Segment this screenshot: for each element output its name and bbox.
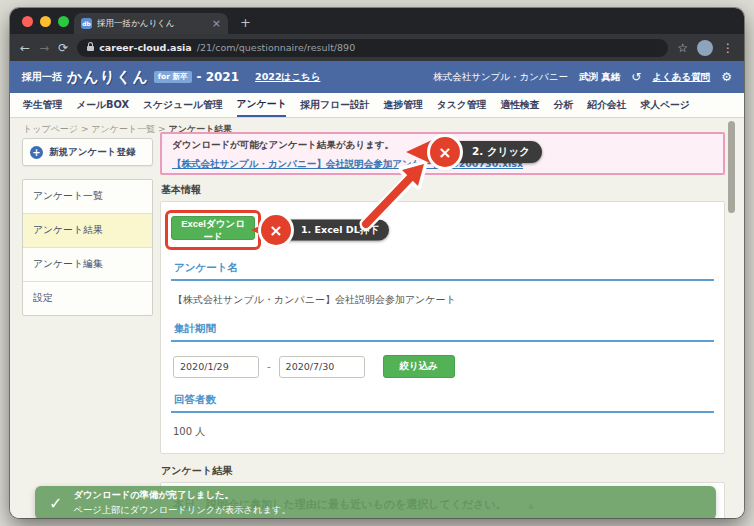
url-domain: career-cloud.asia [99,42,192,53]
period-from-input[interactable] [173,356,259,378]
user-name[interactable]: 武渕 真緒 [579,71,620,84]
download-file-link[interactable]: 【株式会社サンプル・カンパニー】会社説明会参加アンケート_20200730.xl… [172,158,523,171]
tab-close-icon[interactable]: × [212,18,221,29]
excel-download-wrap: Excelダウンロード 1. Excel DL押下 × [171,216,255,244]
address-bar[interactable]: career-cloud.asia /21/com/questionnaire/… [77,39,668,57]
toast-line1: ダウンロードの準備が完了しました。 [73,489,290,502]
sidebar-item-edit[interactable]: アンケート編集 [23,248,152,282]
download-alert-message: ダウンロードが可能なアンケート結果があります。 [172,139,713,152]
brand-badge: for 新卒 [154,71,192,83]
minimize-window-icon[interactable] [40,16,51,27]
browser-tab[interactable]: db 採用一括かんりくん × [74,13,228,34]
browser-menu-icon[interactable]: ⋮ [722,42,734,54]
nav-item-mailbox[interactable]: メールBOX [76,94,129,116]
close-window-icon[interactable] [22,16,33,27]
global-nav: 学生管理 メールBOX スケジュール管理 アンケート 採用フロー設計 進捗管理 … [10,93,744,118]
nav-item-students[interactable]: 学生管理 [23,94,62,116]
nav-item-jobpage[interactable]: 求人ページ [640,94,689,116]
breadcrumb-separator: > [81,124,89,134]
filter-button[interactable]: 絞り込み [383,355,455,378]
basic-info-title: 基本情報 [161,183,725,197]
screenshot-stage: db 採用一括かんりくん × + ← → ⟳ career-cloud.asia… [0,0,754,526]
tab-title: 採用一括かんりくん [97,18,207,30]
period-to-input[interactable] [279,356,365,378]
excel-download-button[interactable]: Excelダウンロード [171,216,255,240]
sidebar: + 新規アンケート登録 アンケート一覧 アンケート結果 アンケート編集 設定 [22,138,153,316]
nav-item-flow[interactable]: 採用フロー設計 [300,94,369,116]
nav-item-schedule[interactable]: スケジュール管理 [143,94,223,116]
bookmark-star-icon[interactable]: ☆ [677,42,688,54]
nav-item-analysis[interactable]: 分析 [554,94,574,116]
gear-icon[interactable]: ⚙ [721,70,732,84]
sidebar-item-list[interactable]: アンケート一覧 [23,180,152,214]
sidebar-menu: アンケート一覧 アンケート結果 アンケート編集 設定 [22,179,153,316]
respondents-value: 100 人 [173,425,714,439]
page-scrollbar-thumb[interactable] [728,121,735,213]
check-icon: ✓ [49,494,62,513]
brand-year: - 2021 [197,70,240,84]
sidebar-item-settings[interactable]: 設定 [23,282,152,315]
app-header: 採用一括 かんりくん for 新卒 - 2021 2022はこちら 株式会社サン… [10,61,744,93]
results-title: アンケート結果 [161,464,725,478]
brand-logo: かんりくん [67,68,149,87]
new-questionnaire-label: 新規アンケート登録 [49,146,135,159]
profile-avatar[interactable] [697,40,713,56]
company-name: 株式会社サンプル・カンパニー [433,71,568,84]
maximize-window-icon[interactable] [58,16,69,27]
download-ready-toast: ✓ ダウンロードの準備が完了しました。 ページ上部にダウンロードリンクが表示され… [35,486,716,518]
period-label: 集計期間 [171,322,714,342]
nav-item-questionnaire[interactable]: アンケート [237,93,287,117]
plus-icon: + [30,146,43,159]
app-brand[interactable]: 採用一括 かんりくん for 新卒 - 2021 [22,68,239,87]
nav-item-aptitude[interactable]: 適性検査 [500,94,539,116]
nav-item-tasks[interactable]: タスク管理 [437,94,487,116]
new-tab-icon[interactable]: + [240,15,251,30]
browser-window: db 採用一括かんりくん × + ← → ⟳ career-cloud.asia… [10,8,744,518]
annotation-x-marker-icon: × [261,215,291,245]
url-path: /21/com/questionnaire/result/890 [197,42,355,53]
annotation-step1-label: 1. Excel DL押下 [277,220,389,241]
page-content: トップページ > アンケート一覧 > アンケート結果 + 新規アンケート登録 ア… [10,118,744,518]
download-alert: ダウンロードが可能なアンケート結果があります。 【株式会社サンプル・カンパニー】… [160,132,725,175]
nav-item-agencies[interactable]: 紹介会社 [587,94,626,116]
back-icon[interactable]: ← [20,42,30,54]
questionnaire-name-value: 【株式会社サンプル・カンパニー】会社説明会参加アンケート [173,293,714,307]
toast-line2: ページ上部にダウンロードリンクが表示されます。 [73,504,290,517]
new-questionnaire-button[interactable]: + 新規アンケート登録 [22,138,153,166]
faq-link[interactable]: よくある質問 [652,71,710,84]
breadcrumb-top[interactable]: トップページ [23,124,78,134]
nav-item-progress[interactable]: 進捗管理 [384,94,423,116]
basic-info-card: Excelダウンロード 1. Excel DL押下 × アンケート名 【株式会社… [160,201,725,454]
history-icon[interactable]: ↺ [631,70,641,84]
forward-icon[interactable]: → [39,42,49,54]
tab-favicon-icon: db [81,18,92,29]
year-switch-link[interactable]: 2022はこちら [255,71,320,84]
breadcrumb-list[interactable]: アンケート一覧 [91,124,155,134]
lock-icon [87,46,94,51]
respondents-label: 回答者数 [171,393,714,413]
sidebar-item-results[interactable]: アンケート結果 [23,214,152,248]
brand-prefix: 採用一括 [22,70,62,84]
toast-text: ダウンロードの準備が完了しました。 ページ上部にダウンロードリンクが表示されます… [73,489,290,517]
questionnaire-name-label: アンケート名 [171,261,714,281]
period-separator: - [267,361,271,372]
browser-tabstrip: db 採用一括かんりくん × + [10,8,744,34]
window-controls [22,16,69,27]
period-row: - 絞り込み [173,355,714,378]
reload-icon[interactable]: ⟳ [58,42,68,54]
main-column: ダウンロードが可能なアンケート結果があります。 【株式会社サンプル・カンパニー】… [160,132,725,518]
browser-toolbar: ← → ⟳ career-cloud.asia /21/com/question… [10,34,744,61]
header-right: 株式会社サンプル・カンパニー 武渕 真緒 ↺ よくある質問 ⚙ [433,70,732,84]
